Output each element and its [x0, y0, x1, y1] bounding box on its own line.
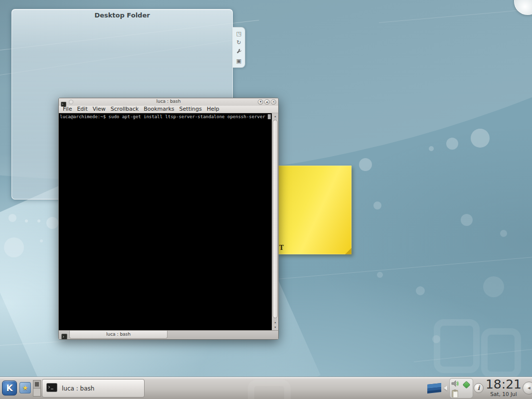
- task-label: luca : bash: [62, 385, 94, 392]
- wallpaper-bubble: [4, 237, 24, 257]
- kickoff-launcher-button[interactable]: K: [2, 381, 17, 396]
- digital-clock[interactable]: 18:21 Sat, 10 Jul: [485, 378, 523, 397]
- taskbar-panel: K ★ luca : bash i 18:21 Sat, 10 Jul ◂: [0, 377, 532, 399]
- desktop: Desktop Folder ◳ ↻ ▣ T luca : bash ▾ ▴ ×…: [0, 0, 532, 399]
- scroll-up-arrow-icon[interactable]: ▴: [272, 320, 278, 325]
- note-corner-fold: [345, 248, 352, 254]
- close-icon[interactable]: ▣: [236, 58, 241, 64]
- note-text: T: [279, 244, 284, 251]
- task-button-luca-bash[interactable]: luca : bash: [42, 379, 145, 398]
- window-title: luca : bash: [59, 99, 278, 104]
- shell-prompt: luca@archimede:~$: [60, 114, 109, 119]
- terminal-cursor: [268, 114, 271, 119]
- wallpaper-bubble: [429, 146, 434, 151]
- widget-handle-toolbar: ◳ ↻ ▣: [233, 27, 245, 68]
- pager-window-thumb: [35, 382, 39, 387]
- favorites-star-button[interactable]: ★: [19, 382, 31, 394]
- scrollbar-thumb[interactable]: [273, 120, 278, 318]
- wallpaper-bubble: [377, 272, 383, 278]
- close-button[interactable]: ×: [271, 99, 276, 105]
- scroll-down-arrow-icon[interactable]: ▾: [272, 325, 278, 330]
- wallpaper-bubble: [359, 158, 372, 171]
- menu-bookmarks[interactable]: Bookmarks: [141, 106, 177, 113]
- wallpaper-bubble: [471, 129, 490, 148]
- wallpaper-bubble: [373, 201, 381, 209]
- wallpaper-bubble: [37, 219, 40, 222]
- wallpaper-bubble: [416, 286, 425, 295]
- resize-icon[interactable]: ◳: [236, 31, 241, 36]
- menu-settings[interactable]: Settings: [177, 106, 204, 113]
- pager-desktop-2[interactable]: [33, 388, 41, 397]
- terminal-task-icon: [46, 383, 57, 394]
- clock-time: 18:21: [485, 378, 523, 391]
- clock-date: Sat, 10 Jul: [485, 391, 523, 397]
- wallpaper-bubble: [46, 217, 58, 229]
- wallpaper-bubble: [500, 230, 507, 237]
- scroll-up-arrow-icon[interactable]: ▴: [272, 114, 278, 119]
- terminal-line: luca@archimede:~$ sudo apt-get install l…: [60, 114, 272, 120]
- panel-watermark: [248, 380, 291, 399]
- configure-icon[interactable]: [236, 48, 242, 55]
- menu-bar: File Edit View Scrollback Bookmarks Sett…: [59, 106, 278, 113]
- wallpaper-chain-link: [434, 319, 480, 373]
- panel-toolbox-button[interactable]: ◂: [523, 382, 532, 395]
- rotate-icon[interactable]: ↻: [236, 40, 241, 45]
- sticky-note-widget[interactable]: T: [278, 166, 352, 254]
- desktop-pager: [33, 380, 41, 397]
- shell-command: sudo apt-get install ltsp-server-standal…: [109, 114, 265, 119]
- device-notifier-icon[interactable]: [463, 381, 471, 389]
- new-tab-icon[interactable]: [61, 332, 67, 342]
- systray-expand-arrow-icon[interactable]: [444, 386, 447, 391]
- monitor-tray-icon[interactable]: [427, 383, 442, 396]
- wallpaper-chain-link: [481, 328, 521, 378]
- system-tray: [449, 378, 473, 399]
- tab-luca-bash[interactable]: luca : bash: [69, 331, 168, 339]
- window-titlebar[interactable]: luca : bash ▾ ▴ ×: [59, 98, 278, 106]
- wallpaper-bubble: [25, 219, 28, 222]
- desktop-folder-title: Desktop Folder: [12, 9, 232, 19]
- wallpaper-bubble: [461, 214, 473, 226]
- tab-bar: luca : bash: [59, 330, 278, 339]
- pager-desktop-1[interactable]: [33, 380, 41, 389]
- konsole-window: luca : bash ▾ ▴ × File Edit View Scrollb…: [58, 98, 279, 340]
- wallpaper-bubble: [483, 276, 504, 297]
- terminal-screen[interactable]: luca@archimede:~$ sudo apt-get install l…: [59, 113, 272, 330]
- menu-help[interactable]: Help: [204, 106, 222, 113]
- menu-scrollback[interactable]: Scrollback: [108, 106, 141, 113]
- menu-view[interactable]: View: [90, 106, 108, 113]
- wallpaper-bubble: [8, 214, 16, 222]
- maximize-button[interactable]: ▴: [264, 99, 270, 105]
- menu-edit[interactable]: Edit: [74, 106, 90, 113]
- klipper-clipboard-icon[interactable]: [451, 390, 459, 399]
- minimize-button[interactable]: ▾: [258, 99, 263, 105]
- notifications-info-button[interactable]: i: [474, 383, 484, 393]
- wallpaper-bubble: [40, 239, 43, 242]
- terminal-scrollbar[interactable]: ▴ ▴ ▾: [272, 113, 278, 330]
- wallpaper-bubble: [446, 138, 458, 150]
- volume-icon[interactable]: [451, 379, 460, 390]
